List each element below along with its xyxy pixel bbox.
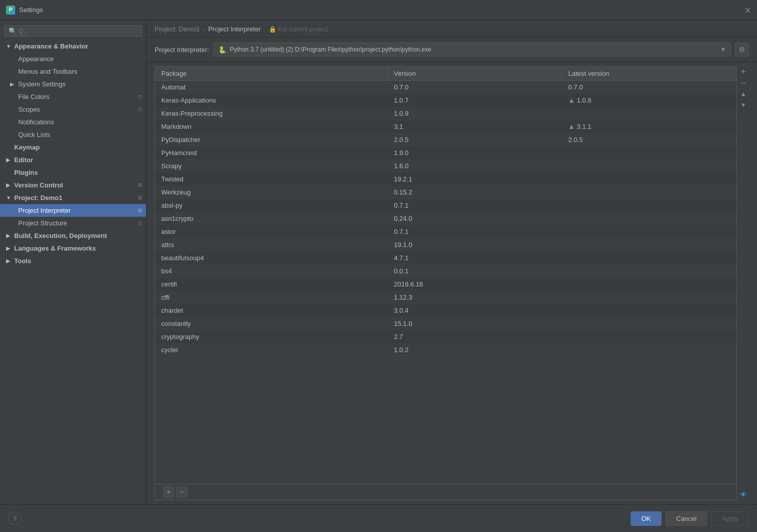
table-row[interactable]: chardet3.0.4 [155, 304, 736, 317]
copy-icon: ⧉ [138, 207, 142, 214]
sidebar-item-keymap[interactable]: Keymap [0, 141, 146, 154]
interpreter-settings-button[interactable]: ⚙ [735, 42, 749, 57]
close-button[interactable]: ✕ [744, 5, 751, 15]
table-row[interactable]: absl-py0.7.1 [155, 199, 736, 212]
copy-icon: ⧉ [138, 220, 142, 226]
sidebar-item-appearance-behavior[interactable]: ▼ Appearance & Behavior [0, 40, 146, 53]
sidebar-item-version-control[interactable]: ▶ Version Control ⧉ [0, 179, 146, 191]
remove-button[interactable]: − [738, 77, 749, 88]
interpreter-dropdown[interactable]: 🐍 Python 3.7 (untitled) (2) D:\Program F… [213, 42, 731, 57]
sidebar-item-scopes[interactable]: Scopes ⧉ [0, 103, 146, 116]
apply-button[interactable]: Apply [711, 511, 749, 526]
package-latest-version [562, 265, 736, 278]
table-row[interactable]: Werkzeug0.15.2 [155, 186, 736, 199]
cancel-button[interactable]: Cancel [666, 511, 707, 526]
arrow-down-icon: ▼ [6, 43, 12, 49]
sidebar-item-languages-frameworks[interactable]: ▶ Languages & Frameworks [0, 242, 146, 255]
arrow-down-icon: ▼ [6, 195, 12, 201]
table-row[interactable]: asn1crypto0.24.0 [155, 212, 736, 225]
add-remove-bar: + − [155, 484, 736, 500]
package-name: Keras-Preprocessing [155, 107, 388, 120]
package-latest-version [562, 344, 736, 357]
sidebar-item-editor[interactable]: ▶ Editor [0, 154, 146, 166]
sidebar-item-menus-toolbars[interactable]: Menus and Toolbars [0, 65, 146, 78]
arrow-right-icon: ▶ [10, 81, 16, 87]
table-row[interactable]: Automat0.7.00.7.0 [155, 81, 736, 94]
table-row[interactable]: constantly15.1.0 [155, 317, 736, 330]
arrow-right-icon: ▶ [6, 233, 12, 238]
package-latest-version [562, 225, 736, 238]
package-version: 1.0.2 [388, 344, 562, 357]
package-latest-version [562, 278, 736, 291]
table-row[interactable]: beautifulsoup44.7.1 [155, 252, 736, 265]
table-row[interactable]: PyDispatcher2.0.52.0.5 [155, 133, 736, 147]
table-row[interactable]: PyHamcrest1.9.0 [155, 147, 736, 160]
sidebar-item-file-colors[interactable]: File Colors ⧉ [0, 90, 146, 103]
package-name: beautifulsoup4 [155, 252, 388, 265]
table-row[interactable]: cffi1.12.3 [155, 291, 736, 304]
package-version: 19.1.0 [388, 238, 562, 252]
package-version: 0.15.2 [388, 186, 562, 199]
sidebar-item-appearance[interactable]: Appearance [0, 53, 146, 65]
help-button[interactable]: ? [8, 512, 21, 525]
upgrade-arrow-icon: ▲ [569, 123, 575, 130]
search-box[interactable]: 🔍 [4, 25, 142, 37]
sidebar-item-build-execution[interactable]: ▶ Build, Execution, Deployment [0, 229, 146, 242]
scroll-up-button[interactable]: ▲ [738, 88, 749, 100]
ok-button[interactable]: OK [631, 511, 661, 526]
table-row[interactable]: attrs19.1.0 [155, 238, 736, 252]
app-icon: P [6, 6, 15, 15]
table-row[interactable]: Markdown3.1▲3.1.1 [155, 120, 736, 133]
lock-icon: 🔒 [269, 26, 276, 33]
package-latest-version [562, 199, 736, 212]
scroll-down-button[interactable]: ▼ [738, 100, 749, 111]
sidebar-item-plugins[interactable]: Plugins [0, 166, 146, 179]
table-row[interactable]: Twisted19.2.1 [155, 173, 736, 186]
table-row[interactable]: Scrapy1.6.0 [155, 160, 736, 173]
package-name: Twisted [155, 173, 388, 186]
sidebar-item-quick-lists[interactable]: Quick Lists [0, 128, 146, 141]
breadcrumb-project[interactable]: Project: Demo1 [155, 25, 200, 33]
sidebar-item-tools[interactable]: ▶ Tools [0, 255, 146, 267]
sidebar-item-notifications[interactable]: Notifications [0, 116, 146, 128]
package-latest-version [562, 147, 736, 160]
package-latest-version: ▲1.0.8 [562, 94, 736, 107]
sidebar-item-project-interpreter[interactable]: Project Interpreter ⧉ [0, 204, 146, 217]
package-version: 1.6.0 [388, 160, 562, 173]
packages-table-scroll[interactable]: Package Version Latest version Automat0.… [155, 67, 736, 484]
package-version: 1.0.9 [388, 107, 562, 120]
package-latest-version [562, 317, 736, 330]
table-row[interactable]: astor0.7.1 [155, 225, 736, 238]
add-button[interactable]: + [738, 66, 749, 77]
upgrade-arrow-icon: ▲ [569, 96, 575, 104]
search-input[interactable] [19, 28, 137, 35]
table-row[interactable]: cycler1.0.2 [155, 344, 736, 357]
package-name: attrs [155, 238, 388, 252]
package-version: 2.0.5 [388, 133, 562, 147]
interpreter-row: Project Interpreter: 🐍 Python 3.7 (untit… [147, 37, 757, 62]
add-package-button[interactable]: + [163, 487, 174, 498]
table-row[interactable]: Keras-Preprocessing1.0.9 [155, 107, 736, 120]
sidebar-item-system-settings[interactable]: ▶ System Settings [0, 78, 146, 90]
eye-button[interactable]: 👁 [738, 489, 749, 500]
sidebar-item-project-demo1[interactable]: ▼ Project: Demo1 ⧉ [0, 191, 146, 204]
sidebar-item-project-structure[interactable]: Project Structure ⧉ [0, 217, 146, 229]
table-row[interactable]: bs40.0.1 [155, 265, 736, 278]
copy-icon: ⧉ [138, 93, 142, 100]
title-bar: P Settings ✕ [0, 0, 757, 20]
package-name: Scrapy [155, 160, 388, 173]
arrow-right-icon: ▶ [6, 258, 12, 264]
table-row[interactable]: certifi2019.6.16 [155, 278, 736, 291]
content-area: Project: Demo1 › Project Interpreter 🔒 F… [147, 20, 757, 504]
arrow-right-icon: ▶ [6, 246, 12, 251]
package-version: 15.1.0 [388, 317, 562, 330]
package-latest-version [562, 173, 736, 186]
arrow-right-icon: ▶ [6, 182, 12, 188]
table-row[interactable]: cryptography2.7 [155, 330, 736, 344]
package-latest-version [562, 107, 736, 120]
package-name: constantly [155, 317, 388, 330]
table-row[interactable]: Keras-Applications1.0.7▲1.0.8 [155, 94, 736, 107]
search-icon: 🔍 [9, 27, 17, 35]
remove-package-button[interactable]: − [176, 487, 187, 498]
package-name: cffi [155, 291, 388, 304]
